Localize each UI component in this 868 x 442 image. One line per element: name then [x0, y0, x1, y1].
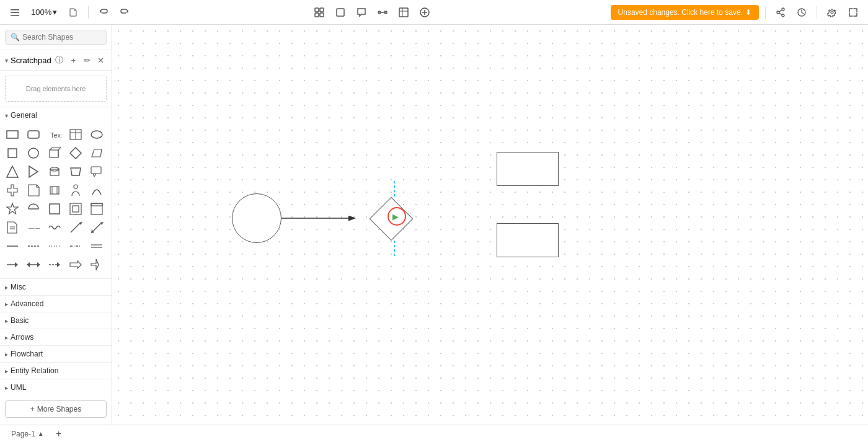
scratchpad-info-button[interactable]: ⓘ [54, 54, 65, 66]
shape-data[interactable]: —·— [25, 219, 42, 236]
sidebar-toggle-button[interactable] [6, 4, 24, 21]
shape-circle[interactable] [25, 144, 42, 162]
canvas-rect-bottom[interactable] [497, 223, 559, 257]
file-button[interactable] [64, 4, 82, 21]
add-button[interactable] [416, 4, 433, 21]
save-text: Unsaved changes. Click here to save. [618, 8, 743, 17]
shape-parallelogram[interactable] [88, 144, 105, 162]
shape-line-dashed[interactable] [25, 237, 42, 255]
shape-star[interactable] [4, 200, 21, 218]
add-page-button[interactable]: + [53, 428, 65, 440]
shape-text[interactable]: Text [46, 126, 63, 143]
settings-button[interactable] [823, 4, 841, 21]
svg-rect-6 [320, 13, 324, 17]
shape-line-dashdot[interactable] [67, 237, 84, 255]
search-icon: 🔍 [11, 33, 20, 42]
shape-rect[interactable] [4, 126, 21, 143]
insert-button[interactable] [311, 4, 328, 21]
shape-table[interactable] [67, 126, 84, 143]
category-general[interactable]: ▾ General [0, 107, 112, 123]
svg-rect-41 [50, 187, 59, 194]
scratchpad-add-button[interactable]: + [68, 54, 79, 66]
share-button[interactable] [772, 4, 789, 21]
scratchpad-edit-button[interactable]: ✏ [81, 54, 92, 66]
category-misc[interactable]: ▸ Misc [0, 278, 112, 295]
canvas-area[interactable]: ▶ [112, 25, 868, 425]
scratchpad-title: Scratchpad [11, 56, 51, 65]
shape-frame[interactable] [88, 200, 105, 218]
svg-marker-56 [79, 222, 82, 225]
shape-note[interactable] [25, 182, 42, 199]
history-button[interactable] [793, 4, 810, 21]
svg-point-44 [74, 185, 78, 188]
shape-cross[interactable] [4, 182, 21, 199]
shape-arrow-dotted[interactable] [46, 256, 63, 273]
advanced-label: Advanced [11, 299, 107, 308]
shape-rect3d[interactable] [46, 144, 63, 162]
shape-line-double[interactable] [88, 237, 105, 255]
basic-label: Basic [11, 316, 107, 325]
canvas-rect-top[interactable] [497, 152, 559, 186]
shape-square2[interactable] [46, 200, 63, 218]
canvas-circle[interactable] [232, 193, 281, 243]
page-tab-1[interactable]: Page-1 ▲ [6, 428, 49, 440]
search-input[interactable] [22, 33, 101, 42]
svg-marker-36 [29, 166, 38, 177]
shape-half-circle[interactable] [25, 200, 42, 218]
category-basic[interactable]: ▸ Basic [0, 312, 112, 329]
shape-line-dotted[interactable] [46, 237, 63, 255]
svg-marker-45 [7, 203, 18, 214]
category-arrows[interactable]: ▸ Arrows [0, 329, 112, 345]
shape-cylinder[interactable] [46, 163, 63, 180]
redo-button[interactable] [116, 4, 133, 21]
shape-triangle[interactable] [4, 163, 21, 180]
category-uml[interactable]: ▸ UML [0, 379, 112, 396]
svg-point-29 [91, 131, 102, 138]
shape-callout[interactable] [88, 163, 105, 180]
shape-square[interactable] [4, 144, 21, 162]
svg-line-57 [92, 223, 102, 232]
svg-marker-69 [27, 262, 30, 267]
zoom-selector[interactable]: 100% ▾ [27, 6, 61, 18]
shape-rect-rounded[interactable] [25, 126, 42, 143]
pages-button[interactable] [332, 4, 349, 21]
connect-button[interactable] [374, 4, 391, 21]
canvas-connector-green-arrow: ▶ [392, 212, 399, 221]
shape-arrow-cross[interactable] [88, 256, 105, 273]
comment-button[interactable] [353, 4, 370, 21]
shape-arrow-thick[interactable] [67, 256, 84, 273]
scratchpad-close-button[interactable]: ✕ [95, 54, 107, 66]
shape-diamond[interactable] [67, 144, 84, 162]
category-flowchart[interactable]: ▸ Flowchart [0, 345, 112, 362]
svg-text:—·—: —·— [29, 225, 40, 231]
more-shapes-button[interactable]: + More Shapes [5, 400, 107, 418]
svg-rect-10 [399, 8, 408, 17]
shape-line-h[interactable] [4, 237, 21, 255]
shape-arrow-both[interactable] [25, 256, 42, 273]
shape-arrow-right[interactable] [4, 256, 21, 273]
shape-inner-rect[interactable] [67, 200, 84, 218]
category-advanced[interactable]: ▸ Advanced [0, 295, 112, 312]
table-button[interactable] [395, 4, 412, 21]
category-entity-relation[interactable]: ▸ Entity Relation [0, 362, 112, 379]
page-tab-arrow: ▲ [38, 430, 44, 437]
fullscreen-button[interactable] [844, 4, 862, 21]
undo-button[interactable] [95, 4, 112, 21]
shape-process[interactable] [46, 182, 63, 199]
svg-rect-40 [91, 167, 101, 174]
shape-play[interactable] [25, 163, 42, 180]
shape-arc[interactable] [88, 182, 105, 199]
main-layout: 🔍 ▾ Scratchpad ⓘ + ✏ ✕ Drag elements her… [0, 25, 868, 425]
toolbar-divider-3 [817, 6, 817, 19]
shape-ellipse[interactable] [88, 126, 105, 143]
shape-diag2[interactable] [88, 219, 105, 236]
shape-diag1[interactable] [67, 219, 84, 236]
save-button[interactable]: Unsaved changes. Click here to save. ⬇ [611, 5, 759, 20]
basic-arrow: ▸ [5, 317, 8, 324]
shape-doc[interactable] [4, 219, 21, 236]
shape-wave[interactable] [46, 219, 63, 236]
shapes-grid-general: Text [0, 123, 112, 278]
svg-marker-34 [92, 149, 102, 157]
shape-person[interactable] [67, 182, 84, 199]
shape-trapezoid[interactable] [67, 163, 84, 180]
